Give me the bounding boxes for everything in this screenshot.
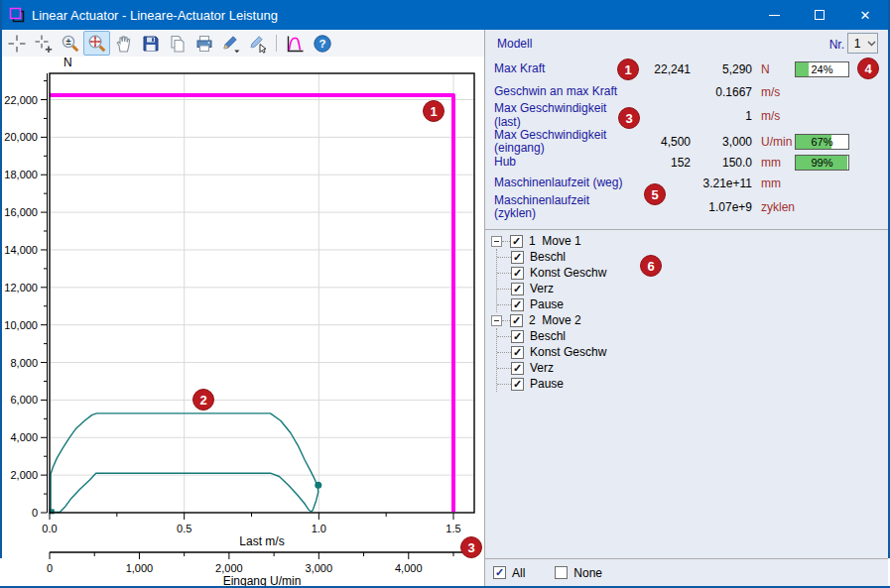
performance-curve-button[interactable] bbox=[282, 31, 309, 56]
tree-connector bbox=[497, 368, 511, 369]
annotate-pencil-button[interactable] bbox=[244, 31, 271, 56]
svg-text:14,000: 14,000 bbox=[4, 244, 38, 256]
svg-text:20,000: 20,000 bbox=[4, 131, 38, 143]
collapse-icon[interactable] bbox=[491, 236, 502, 247]
tree-connector bbox=[497, 289, 511, 290]
tree-checkbox[interactable]: ✓ bbox=[511, 362, 524, 375]
tree-checkbox[interactable]: ✓ bbox=[510, 235, 523, 248]
metric-label: Max Kraft bbox=[494, 62, 633, 75]
tree-checkbox[interactable]: ✓ bbox=[511, 251, 524, 264]
tree-group-row[interactable]: ✓1 Move 1 bbox=[485, 233, 888, 249]
tree-child-row[interactable]: ✓Beschl bbox=[497, 249, 888, 265]
tree-children: ✓Beschl✓Konst Geschw✓Verz✓Pause bbox=[496, 249, 888, 312]
none-checkbox[interactable] bbox=[555, 566, 568, 579]
window-border-left bbox=[0, 0, 2, 558]
metric-max-value: 22,241 bbox=[633, 62, 691, 76]
metric-label: Hub bbox=[494, 156, 633, 169]
close-button[interactable]: ✕ bbox=[842, 0, 888, 30]
moves-tree: ✓1 Move 1✓Beschl✓Konst Geschw✓Verz✓Pause… bbox=[485, 233, 888, 392]
tree-child-label[interactable]: Pause bbox=[530, 377, 564, 391]
tree-connector bbox=[497, 304, 511, 305]
pan-hand-button[interactable] bbox=[110, 31, 137, 56]
svg-text:±: ± bbox=[65, 37, 70, 47]
tree-child-row[interactable]: ✓Konst Geschw bbox=[497, 344, 888, 360]
maximize-icon bbox=[815, 10, 825, 20]
utilization-percent: 24% bbox=[796, 62, 848, 76]
x-axis-primary-label: Last m/s bbox=[239, 534, 284, 548]
model-panel-header: Modell Nr. 1 bbox=[485, 30, 888, 57]
zoom-extents-button[interactable] bbox=[83, 31, 110, 56]
print-button[interactable] bbox=[191, 31, 217, 56]
tree-checkbox[interactable]: ✓ bbox=[511, 346, 524, 359]
model-row: Max Geschwindigkeit (last)1m/s bbox=[485, 102, 888, 129]
title-bar: Linear Actuator - Lineare-Actuator Leist… bbox=[0, 0, 890, 30]
metric-max-value: 152 bbox=[633, 156, 691, 170]
zoom-in-out-button[interactable]: ± bbox=[57, 31, 83, 56]
edit-pencil-button[interactable] bbox=[217, 31, 244, 56]
cursor-values-button[interactable] bbox=[30, 31, 57, 56]
tree-child-label[interactable]: Konst Geschw bbox=[530, 266, 606, 280]
x-axis-primary: 0.00.51.01.5 bbox=[42, 513, 460, 534]
unit-label: m/s bbox=[757, 85, 795, 99]
model-number-dropdown[interactable]: 1 bbox=[847, 33, 878, 54]
all-label: All bbox=[512, 566, 525, 580]
tree-child-row[interactable]: ✓Beschl bbox=[497, 328, 888, 344]
maximize-button[interactable] bbox=[797, 0, 842, 30]
tree-child-label[interactable]: Konst Geschw bbox=[530, 345, 606, 359]
unit-label: U/min bbox=[757, 135, 795, 149]
tree-connector bbox=[497, 257, 511, 258]
tree-child-row[interactable]: ✓Pause bbox=[497, 376, 888, 392]
tree-connector bbox=[502, 320, 510, 321]
utilization-percent: 99% bbox=[796, 156, 848, 170]
tree-group-row[interactable]: ✓2 Move 2 bbox=[485, 312, 888, 328]
model-row: Geschwin an max Kraft0.1667m/s bbox=[485, 82, 888, 102]
tree-child-label[interactable]: Verz bbox=[530, 361, 554, 375]
tree-connector bbox=[497, 273, 511, 274]
tree-group-label[interactable]: 2 Move 2 bbox=[529, 313, 581, 327]
help-button[interactable]: ? bbox=[309, 31, 335, 56]
metric-label: Maschinenlaufzeit (zyklen) bbox=[494, 194, 633, 220]
tree-checkbox[interactable]: ✓ bbox=[511, 283, 524, 295]
svg-text:18,000: 18,000 bbox=[4, 169, 38, 180]
tree-child-row[interactable]: ✓Verz bbox=[497, 360, 888, 376]
tree-checkbox[interactable]: ✓ bbox=[510, 314, 523, 327]
cursor-crosshair-button[interactable] bbox=[3, 31, 30, 56]
chart-markers bbox=[50, 482, 322, 515]
tree-child-row[interactable]: ✓Konst Geschw bbox=[497, 265, 888, 281]
metric-actual-value: 1 bbox=[691, 109, 752, 123]
tree-connector bbox=[497, 352, 511, 353]
tree-child-label[interactable]: Pause bbox=[530, 297, 564, 311]
tree-checkbox[interactable]: ✓ bbox=[511, 298, 524, 311]
minimize-button[interactable] bbox=[751, 0, 797, 30]
pan-hand-icon bbox=[114, 34, 134, 54]
all-checkbox[interactable]: ✓ bbox=[493, 566, 506, 579]
metric-label: Max Geschwindigkeit (eingang) bbox=[494, 129, 633, 155]
copy-button[interactable] bbox=[164, 31, 191, 56]
chart-area[interactable]: 02,0004,0006,0008,00010,00012,00014,0001… bbox=[2, 57, 484, 586]
metric-actual-value: 3,000 bbox=[691, 135, 752, 149]
close-icon: ✕ bbox=[860, 8, 871, 23]
tree-checkbox[interactable]: ✓ bbox=[511, 378, 524, 391]
tree-child-row[interactable]: ✓Verz bbox=[497, 281, 888, 296]
svg-text:0: 0 bbox=[47, 562, 53, 574]
metric-actual-value: 0.1667 bbox=[691, 85, 752, 99]
tree-checkbox[interactable]: ✓ bbox=[511, 330, 524, 343]
tree-checkbox[interactable]: ✓ bbox=[511, 267, 524, 280]
toolbar-separator bbox=[276, 35, 277, 52]
force-speed-limit-envelope bbox=[50, 95, 453, 512]
tree-child-row[interactable]: ✓Pause bbox=[497, 296, 888, 312]
tree-group-label[interactable]: 1 Move 1 bbox=[529, 234, 581, 248]
tree-child-label[interactable]: Verz bbox=[530, 282, 554, 295]
metric-actual-value: 5,290 bbox=[691, 62, 752, 76]
save-button[interactable] bbox=[137, 31, 164, 56]
callout-badge-panel-maschinenlaufzeit: 5 bbox=[644, 183, 666, 205]
performance-chart[interactable]: 02,0004,0006,0008,00010,00012,00014,0001… bbox=[0, 57, 485, 586]
tree-child-label[interactable]: Beschl bbox=[530, 329, 566, 343]
none-label: None bbox=[573, 566, 602, 580]
tree-child-label[interactable]: Beschl bbox=[530, 250, 566, 264]
svg-text:0.5: 0.5 bbox=[177, 523, 191, 534]
minimize-icon bbox=[769, 15, 780, 16]
metric-label: Maschinenlaufzeit (weg) bbox=[494, 176, 633, 189]
model-row: Maschinenlaufzeit (weg)3.21e+11mm bbox=[485, 173, 888, 194]
collapse-icon[interactable] bbox=[491, 315, 502, 326]
